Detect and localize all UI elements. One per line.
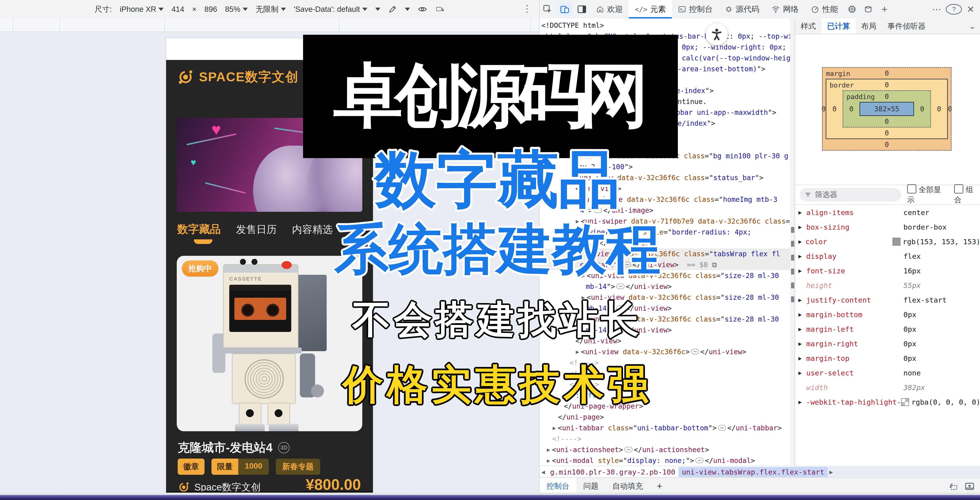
code-token: class xyxy=(695,272,716,280)
dom-node[interactable]: </uni-page> xyxy=(539,412,795,422)
throttle-select[interactable]: 无限制 xyxy=(256,4,286,14)
more-tabs-icon[interactable]: + xyxy=(877,0,892,19)
tab-console[interactable]: 控制台 xyxy=(672,0,719,19)
breadcrumb-item-selected[interactable]: uni-view.tabsWrap.flex.flex-start xyxy=(679,467,827,477)
zoom-select[interactable]: 85% xyxy=(225,5,248,14)
computed-property-row[interactable]: ▶margin-bottom0px xyxy=(795,307,980,322)
filter-input[interactable]: 筛选器 xyxy=(800,188,901,201)
code-token: "> xyxy=(768,108,776,116)
property-name: margin-top xyxy=(806,354,904,363)
expand-arrow-icon[interactable]: ▶ xyxy=(799,341,806,347)
dom-node[interactable]: ▶<uni-view data-v-32c36f6c>⋯</uni-view> xyxy=(539,346,795,357)
expand-arrow-icon[interactable]: ▶ xyxy=(799,311,806,318)
drawer-tab-autofill[interactable]: 自动填充 xyxy=(605,478,650,495)
tab-layout[interactable]: 布局 xyxy=(856,19,882,34)
computed-property-row[interactable]: ▶align-itemscenter xyxy=(795,205,980,220)
color-swatch[interactable] xyxy=(901,398,909,406)
expand-arrow-icon[interactable]: ▶ xyxy=(799,253,806,260)
product-tags: 徽章 限量 1000 新春专题 xyxy=(178,459,320,475)
expand-arrow-icon[interactable]: ▶ xyxy=(799,239,805,245)
property-value: center xyxy=(904,209,929,217)
elements-scrollbar[interactable] xyxy=(790,19,795,465)
code-token: uni-modal xyxy=(556,457,594,465)
dock-side-icon[interactable] xyxy=(574,0,590,19)
computed-property-row[interactable]: width382px xyxy=(795,380,980,395)
pen-icon[interactable] xyxy=(388,5,397,14)
breadcrumb-left-icon[interactable]: ◀ xyxy=(539,468,547,476)
dom-node[interactable]: ▶<uni-actionsheet>⋯</uni-actionsheet> xyxy=(539,444,795,455)
expand-arrow-icon[interactable]: ▶ xyxy=(799,355,806,361)
eye-icon[interactable] xyxy=(418,5,427,14)
show-all-checkbox[interactable]: 全部显示 xyxy=(907,184,948,205)
code-token: ▶ xyxy=(547,456,550,465)
computed-property-row[interactable]: ▶colorrgb(153, 153, 153) xyxy=(795,234,980,249)
computed-properties[interactable]: ▶align-itemscenter▶box-sizingborder-box▶… xyxy=(795,205,980,409)
tab-elements[interactable]: </> 元素 xyxy=(629,0,672,19)
property-value: rgba(0, 0, 0, 0) xyxy=(901,398,980,406)
app-tab-release-calendar[interactable]: 发售日历 xyxy=(236,223,277,236)
group-checkbox[interactable]: 组合 xyxy=(954,184,980,205)
inspect-element-icon[interactable] xyxy=(539,0,556,19)
color-swatch[interactable] xyxy=(892,238,900,245)
computed-property-row[interactable]: ▶margin-right0px xyxy=(795,336,980,351)
tab-event-listeners[interactable]: 事件侦听器 xyxy=(882,19,931,34)
chevron-down-icon[interactable]: ⌄ xyxy=(969,21,980,31)
code-token: <!DOCTYPE html> xyxy=(541,21,604,29)
help-icon[interactable]: ? xyxy=(946,4,962,14)
expand-arrow-icon[interactable]: ▶ xyxy=(799,268,806,274)
computed-property-row[interactable]: ▶font-size16px xyxy=(795,263,980,278)
overflow-menu-icon[interactable]: ⋮ xyxy=(522,3,531,14)
computed-property-row[interactable]: ▶justify-contentflex-start xyxy=(795,293,980,307)
save-data-select[interactable]: 'Save-Data': default xyxy=(294,5,368,14)
tab-network[interactable]: 网络 xyxy=(765,0,805,19)
expand-arrow-icon[interactable]: ▶ xyxy=(799,399,806,405)
viewport-width-input[interactable]: 414 xyxy=(172,5,184,14)
dom-node[interactable]: mb-14">⋯</uni-view> xyxy=(539,281,795,292)
breadcrumb-item-parent[interactable]: g.min100.plr-30.gray-2.pb-100 xyxy=(547,467,679,477)
computed-property-row[interactable]: ▶margin-left0px xyxy=(795,322,980,336)
app-tab-digital-collectibles[interactable]: 数字藏品 xyxy=(177,222,221,237)
tab-sources[interactable]: 源代码 xyxy=(719,0,765,19)
computed-property-row[interactable]: ▶margin-top0px xyxy=(795,351,980,366)
devtools-menu-icon[interactable]: ⋯ xyxy=(929,4,944,14)
computed-property-row[interactable]: ▶-webkit-tap-highlight-…rgba(0, 0, 0, 0) xyxy=(795,395,980,409)
dom-node[interactable]: <!----> xyxy=(539,433,795,444)
breadcrumb-right-icon[interactable]: ▶ xyxy=(827,468,835,476)
expand-arrow-icon[interactable]: ▶ xyxy=(799,370,806,376)
expand-arrow-icon[interactable]: ▶ xyxy=(799,209,806,216)
dom-node[interactable]: ▶<uni-modal style="display: none;">⋯</un… xyxy=(539,455,795,466)
computed-property-row[interactable]: ▶box-sizingborder-box xyxy=(795,220,980,234)
computed-property-row[interactable]: ▶user-selectnone xyxy=(795,366,980,380)
application-icon[interactable] xyxy=(860,0,877,19)
drawer-tab-issues[interactable]: 问题 xyxy=(576,478,605,495)
promo-line4: 价格实惠技术强 xyxy=(301,358,694,411)
3d-badge-icon[interactable]: 3D xyxy=(278,442,290,454)
expand-arrow-icon[interactable]: ▶ xyxy=(799,326,806,333)
dom-node[interactable]: <!DOCTYPE html> xyxy=(539,20,795,31)
tab-performance[interactable]: 性能 xyxy=(805,0,844,19)
property-value: flex-start xyxy=(904,296,947,304)
more-options-caret[interactable] xyxy=(405,8,410,11)
code-token: > xyxy=(742,348,746,356)
tab-computed[interactable]: 已计算 xyxy=(821,19,856,34)
box-model-content[interactable]: 382×55 xyxy=(859,102,914,116)
expand-arrow-icon[interactable]: ▶ xyxy=(799,224,806,230)
rotate-viewport-icon[interactable] xyxy=(435,5,445,14)
drawer-add-tab[interactable]: + xyxy=(650,478,669,495)
tab-styles[interactable]: 样式 xyxy=(795,19,821,34)
device-select[interactable]: iPhone XR xyxy=(120,5,164,14)
memory-icon[interactable] xyxy=(844,0,860,19)
expand-arrow-icon[interactable]: ▶ xyxy=(799,297,806,303)
device-toolbar-toggle-icon[interactable] xyxy=(557,2,573,16)
more-device-options[interactable] xyxy=(375,8,380,11)
box-model-diagram[interactable]: margin 0 0 border 0 0 padding 0 xyxy=(822,67,951,151)
close-devtools-icon[interactable]: ✕ xyxy=(964,4,977,14)
viewport-height-input[interactable]: 896 xyxy=(205,5,217,14)
drawer-tab-console[interactable]: 控制台 xyxy=(539,478,576,495)
computed-property-row[interactable]: height55px xyxy=(795,278,980,293)
refresh-device-icon[interactable] xyxy=(948,481,958,492)
tab-welcome[interactable]: 欢迎 xyxy=(590,0,629,19)
expand-panel-icon[interactable] xyxy=(964,481,975,492)
dom-node[interactable]: ▶<uni-tabbar class="uni-tabbar-bottom">⋯… xyxy=(539,422,795,433)
computed-property-row[interactable]: ▶displayflex xyxy=(795,249,980,263)
